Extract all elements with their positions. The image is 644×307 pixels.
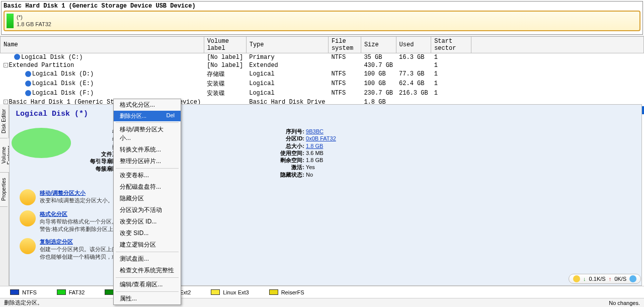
partition-table[interactable]: NameVolume labelTypeFile systemSizeUsedS… [0, 36, 644, 114]
action-link[interactable]: 移动/调整分区大小 [40, 190, 86, 196]
side-tabs: Disk EditorVolume ExplorerProperties [0, 104, 9, 286]
menu-item[interactable]: 转换文件系统... [114, 144, 181, 156]
legend-label: Linux Ext3 [223, 289, 249, 295]
side-tab[interactable]: Properties [0, 173, 8, 207]
table-row[interactable]: Logical Disk (E:)安装碟LogicalNTFS100 GB62.… [1, 79, 644, 89]
active-label: 激活: [276, 164, 304, 171]
table-row[interactable]: Logical Disk (D:)存储碟LogicalNTFS100 GB77.… [1, 69, 644, 79]
side-tab[interactable]: Disk Editor [0, 104, 8, 138]
pie-chart [12, 128, 71, 158]
tree-toggle-icon[interactable]: - [4, 63, 8, 67]
menu-item[interactable]: 删除分区...Del [114, 111, 181, 121]
partition-bar-label: (*) [17, 14, 51, 21]
free-label: 剩余空间: [276, 157, 304, 164]
menu-item[interactable]: 改变分区 ID... [114, 216, 181, 227]
used-label: 使用空间: [276, 149, 304, 157]
action-icon [20, 189, 36, 205]
menu-separator [116, 122, 179, 123]
pid-value[interactable]: 0x0B FAT32 [306, 135, 336, 141]
partition-bar-info: 1.8 GB FAT32 [17, 21, 51, 28]
disk-icon [14, 54, 20, 60]
table-row[interactable]: Logical Disk (C:)[No label]PrimaryNTFS35… [1, 53, 644, 61]
menu-item[interactable]: 属性... [114, 293, 181, 304]
menu-item[interactable]: 建立逻辑分区 [114, 239, 181, 251]
col-header[interactable]: Size [361, 36, 396, 53]
menu-separator [116, 277, 179, 278]
serial-value[interactable]: 9B3BC [306, 128, 324, 134]
menu-item[interactable]: 改变 SID... [114, 227, 181, 239]
action-list: 移动/调整分区大小改变和/或调整选定分区大小。格式化分区向导将帮助你格式化一个分… [20, 189, 128, 266]
legend-item: ReiserFS [269, 289, 304, 295]
menu-item[interactable]: 检查文件系统完整性 [114, 265, 181, 276]
disk-icon [25, 71, 31, 77]
pid-label: 分区ID: [276, 135, 304, 142]
detail-pane: Logical Disk (*) 卷标卷标类型文件系统每引导扇区数每簇扇区数 序… [9, 104, 642, 286]
action-item[interactable]: 移动/调整分区大小改变和/或调整选定分区大小。 [20, 189, 128, 205]
menu-item[interactable]: 测试盘面... [114, 253, 181, 265]
action-link[interactable]: 格式化分区 [40, 211, 67, 217]
menu-item[interactable]: 格式化分区... [114, 99, 181, 111]
hidden-value: No [306, 172, 313, 178]
action-icon [20, 238, 36, 254]
legend-swatch [57, 289, 66, 295]
status-icon [573, 275, 580, 282]
col-header[interactable]: Used [396, 36, 431, 53]
action-desc: 改变和/或调整选定分区大小。 [40, 197, 113, 204]
menu-item[interactable]: 分配磁盘盘符... [114, 181, 181, 193]
serial-label: 序列号: [276, 128, 304, 135]
partition-bar-text: (*) 1.8 GB FAT32 [17, 14, 51, 28]
menu-item[interactable]: 分区设为不活动 [114, 204, 181, 216]
used-value: 3.6 MB [306, 150, 324, 156]
menu-item[interactable]: 改变卷标... [114, 170, 181, 181]
table-row[interactable]: -Extended Partition[No label]Extended430… [1, 61, 644, 69]
legend-label: FAT32 [69, 289, 85, 295]
legend-swatch [211, 289, 220, 295]
network-status-strip[interactable]: ↓0.1K/S ↑0K/S [569, 274, 641, 284]
active-value: Yes [306, 164, 315, 170]
free-value: 1.8 GB [306, 157, 323, 163]
legend-swatch [269, 289, 278, 295]
menu-separator [116, 291, 179, 292]
disk-usage-bar[interactable]: (*) 1.8 GB FAT32 [4, 11, 640, 31]
menu-separator [116, 168, 179, 169]
disk-icon [25, 81, 31, 87]
legend-swatch [105, 289, 114, 295]
status-bar: 删除选定分区。 No changes. [0, 298, 644, 307]
disk-icon [25, 90, 31, 96]
context-menu[interactable]: 格式化分区...删除分区...Del移动/调整分区大小...转换文件系统...整… [113, 99, 181, 305]
download-speed: 0.1K/S [589, 276, 606, 282]
table-row[interactable]: Logical Disk (F:)安装碟LogicalNTFS230.7 GB2… [1, 89, 644, 98]
col-header[interactable]: Type [246, 36, 328, 53]
action-item[interactable]: 复制选定分区创建一个分区拷贝。该分区上的所有你也能够创建一个精确拷贝，或者仅 [20, 238, 128, 261]
status-right: No changes. [609, 300, 640, 306]
action-icon [20, 210, 36, 226]
menu-item[interactable]: 移动/调整分区大小... [114, 124, 181, 144]
hidden-label: 隐藏状态: [276, 171, 304, 178]
col-header[interactable]: Start sector [431, 36, 471, 53]
legend-item: FAT32 [57, 289, 85, 295]
legend-label: NTFS [22, 289, 37, 295]
total-label: 总大小: [276, 142, 304, 149]
menu-item[interactable]: 整理分区碎片... [114, 156, 181, 167]
legend-item: NTFS [10, 289, 37, 295]
disk-summary-panel: Basic Hard Disk 1 (Generic Storage Devic… [1, 1, 643, 35]
upload-speed: 0K/S [614, 276, 626, 282]
action-desc: 向导将帮助你格式化一个分区。警告:格式化操作将删除分区上的所 [40, 218, 124, 233]
menu-item[interactable]: 隐藏分区 [114, 193, 181, 204]
action-item[interactable]: 格式化分区向导将帮助你格式化一个分区。警告:格式化操作将删除分区上的所 [20, 210, 128, 233]
action-link[interactable]: 复制选定分区 [40, 239, 73, 245]
browser-icon [629, 275, 636, 282]
total-value[interactable]: 1.8 GB [306, 143, 323, 149]
partition-color-swatch [7, 14, 14, 28]
legend-swatch [10, 289, 19, 295]
status-left: 删除选定分区。 [4, 299, 43, 306]
col-header[interactable]: Name [1, 36, 204, 53]
legend-item: Linux Ext3 [211, 289, 249, 295]
menu-item[interactable]: 编辑/查看扇区... [114, 279, 181, 290]
col-header[interactable]: Volume label [204, 36, 246, 53]
col-header[interactable]: File system [328, 36, 361, 53]
tree-toggle-icon[interactable]: - [4, 100, 8, 104]
disk-summary-title: Basic Hard Disk 1 (Generic Storage Devic… [4, 3, 640, 10]
detail-title: Logical Disk (*) [16, 110, 635, 118]
legend-label: ReiserFS [281, 289, 304, 295]
